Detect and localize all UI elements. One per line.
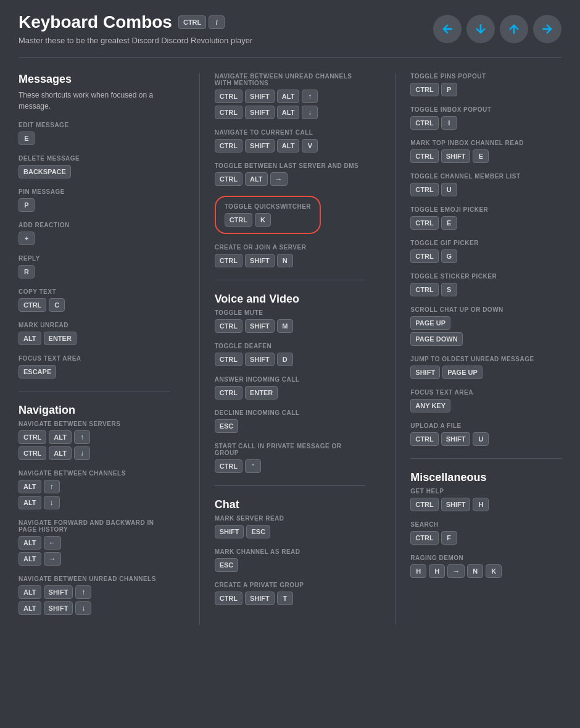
page-title: Keyboard Combos <box>19 12 172 32</box>
messages-desc: These shortcuts work when focused on a m… <box>19 90 170 112</box>
shortcut-focus-text: FOCUS TEXT AREA ANY KEY <box>410 389 561 412</box>
shortcut-mark-unread: MARK UNREAD ALTENTER <box>19 322 170 345</box>
divider-1-2 <box>199 73 200 625</box>
shortcut-search: SEARCH CTRLF <box>410 521 561 545</box>
shortcut-edit-message: EDIT MESSAGE E <box>19 122 170 145</box>
shortcut-toggle-mute: TOGGLE MUTE CTRLSHIFTM <box>215 309 366 333</box>
shortcut-nav-current-call: NAVIGATE TO CURRENT CALL CTRLSHIFTALTV <box>215 129 366 153</box>
shortcut-upload-file: UPLOAD A FILE CTRLSHIFTU <box>410 422 561 446</box>
shortcut-toggle-gif: TOGGLE GIF PICKER CTRLG <box>410 240 561 263</box>
shortcut-toggle-member-list: TOGGLE CHANNEL MEMBER LIST CTRLU <box>410 173 561 196</box>
chat-title: Chat <box>215 498 366 511</box>
title-badge: CTRL / <box>178 15 225 29</box>
main-columns: Messages These shortcuts work when focus… <box>19 73 561 625</box>
arrow-left-btn[interactable] <box>433 15 462 43</box>
shortcut-toggle-last-server: TOGGLE BETWEEN LAST SERVER AND DMS CTRLA… <box>215 162 366 186</box>
shortcut-quickswitcher-highlighted: TOGGLE QUICKSWITCHER CTRLK <box>215 196 321 234</box>
voice-title: Voice and Video <box>215 293 366 306</box>
shortcut-copy-text: COPY TEXT CTRLC <box>19 288 170 312</box>
shortcut-nav-unread: NAVIGATE BETWEEN UNREAD CHANNELS ALTSHIF… <box>19 575 170 615</box>
shortcut-delete-message: DELETE MESSAGE BACKSPACE <box>19 155 170 178</box>
messages-title: Messages <box>19 73 170 86</box>
shortcut-focus-text-area: FOCUS TEXT AREA ESCAPE <box>19 355 170 379</box>
shortcut-oldest-unread: JUMP TO OLDEST UNREAD MESSAGE SHIFTPAGE … <box>410 356 561 379</box>
header-left: Keyboard Combos CTRL / Master these to b… <box>19 12 252 45</box>
shortcut-toggle-pins: TOGGLE PINS POPOUT CTRLP <box>410 73 561 96</box>
badge-key-slash: / <box>209 15 225 29</box>
page-container: Keyboard Combos CTRL / Master these to b… <box>0 0 580 650</box>
arrow-up-btn[interactable] <box>500 15 528 43</box>
nav-divider <box>19 391 170 391</box>
shortcut-answer-call: ANSWER INCOMING CALL CTRLENTER <box>215 376 366 400</box>
nav-arrows <box>433 12 561 43</box>
shortcut-toggle-inbox: TOGGLE INBOX POPOUT CTRLI <box>410 106 561 130</box>
shortcut-add-reaction: ADD REACTION + <box>19 222 170 245</box>
shortcut-create-server: CREATE OR JOIN A SERVER CTRLSHIFTN <box>215 244 366 267</box>
arrow-down-btn[interactable] <box>466 15 495 43</box>
shortcut-pin-message: PIN MESSAGE P <box>19 188 170 212</box>
shortcut-mark-server-read: MARK SERVER READ SHIFTESC <box>215 515 366 538</box>
navigation-title: Navigation <box>19 404 170 417</box>
shortcut-get-help: GET HELP CTRLSHIFTH <box>410 488 561 511</box>
shortcut-mark-channel-read: MARK CHANNEL AS READ ESC <box>215 548 366 572</box>
shortcut-reply: REPLY R <box>19 255 170 278</box>
shortcut-page-history: NAVIGATE FORWARD AND BACKWARD IN PAGE HI… <box>19 519 170 566</box>
subtitle: Master these to be the greatest Discord … <box>19 36 252 45</box>
misc-title: Miscellaneous <box>410 471 561 484</box>
shortcut-nav-channels: NAVIGATE BETWEEN CHANNELS ALT↑ ALT↓ <box>19 470 170 509</box>
shortcut-start-call: START CALL IN PRIVATE MESSAGE OR GROUP C… <box>215 443 366 473</box>
column-3: TOGGLE PINS POPOUT CTRLP TOGGLE INBOX PO… <box>410 73 561 625</box>
arrow-right-btn[interactable] <box>533 15 561 43</box>
shortcut-nav-servers: NAVIGATE BETWEEN SERVERS CTRLALT↑ CTRLAL… <box>19 420 170 460</box>
divider-2-3 <box>395 73 396 625</box>
shortcut-toggle-sticker: TOGGLE STICKER PICKER CTRLS <box>410 273 561 296</box>
shortcut-create-private-group: CREATE A PRIVATE GROUP CTRLSHIFTT <box>215 582 366 605</box>
title-row: Keyboard Combos CTRL / <box>19 12 252 32</box>
column-2: NAVIGATE BETWEEN UNREAD CHANNELS WITH ME… <box>215 73 381 625</box>
shortcut-toggle-deafen: TOGGLE DEAFEN CTRLSHIFTD <box>215 343 366 366</box>
shortcut-mark-inbox-read: MARK TOP INBOX CHANNEL READ CTRLSHIFTE <box>410 140 561 163</box>
badge-key-ctrl: CTRL <box>178 15 206 29</box>
shortcut-nav-unread-mentions: NAVIGATE BETWEEN UNREAD CHANNELS WITH ME… <box>215 73 366 119</box>
shortcut-decline-call: DECLINE INCOMING CALL ESC <box>215 409 366 433</box>
shortcut-toggle-emoji: TOGGLE EMOJI PICKER CTRLE <box>410 206 561 230</box>
shortcut-raging-demon: RAGING DEMON H H → N K <box>410 554 561 578</box>
voice-divider <box>215 280 366 280</box>
header: Keyboard Combos CTRL / Master these to b… <box>19 12 561 45</box>
shortcut-scroll-chat: SCROLL CHAT UP OR DOWN PAGE UP PAGE DOWN <box>410 306 561 346</box>
chat-divider <box>215 485 366 486</box>
header-divider <box>19 57 561 58</box>
column-1: Messages These shortcuts work when focus… <box>19 73 184 625</box>
misc-divider <box>410 458 561 459</box>
